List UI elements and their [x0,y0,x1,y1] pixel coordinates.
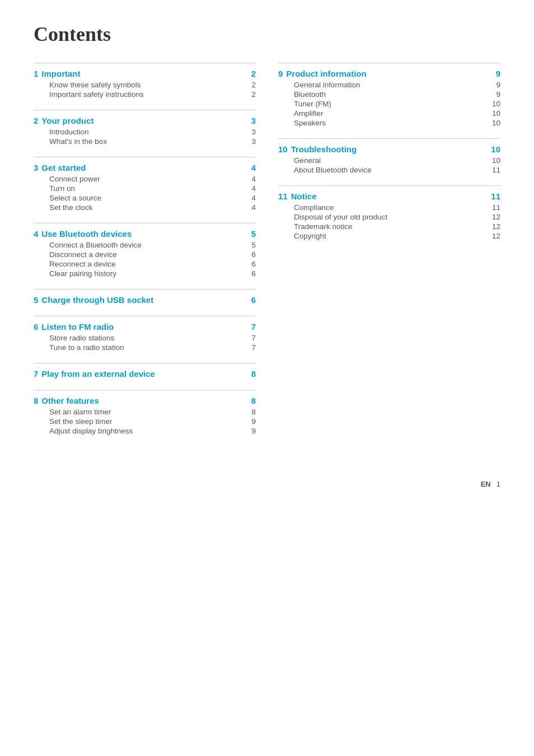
toc-section-heading: 5Charge through USB socket6 [34,295,256,305]
toc-sub-item: Tune to a radio station7 [34,343,256,352]
section-page: 8 [245,369,256,379]
section-number: 11 [278,192,288,201]
toc-sub-item: Clear pairing history6 [34,269,256,278]
toc-sub-item: Know these safety symbols2 [34,81,256,89]
footer-lang: EN [481,480,491,488]
section-number: 6 [34,322,38,332]
toc-sub-item: General10 [278,156,500,165]
sub-item-page: 6 [245,250,256,259]
sub-item-title: Reconnect a device [49,260,116,268]
toc-section-divider [34,316,256,316]
sub-item-page: 11 [489,166,500,174]
toc-sub-item: Select a source4 [34,194,256,202]
sub-item-page: 12 [489,222,500,231]
sub-item-title: General information [294,81,360,89]
section-title: Other features [41,396,245,405]
sub-item-page: 6 [245,260,256,268]
section-title: Troubleshooting [291,144,489,154]
sub-item-title: Important safety instructions [49,90,144,99]
toc-section: 5Charge through USB socket6 [34,289,256,305]
section-title: Notice [291,192,489,201]
toc-section-heading: 11Notice11 [278,192,500,201]
section-number: 7 [34,369,38,379]
sub-item-page: 8 [245,408,256,416]
toc-section-divider [278,63,500,63]
sub-item-page: 10 [489,100,500,108]
toc-section-divider [34,110,256,110]
section-page: 6 [245,295,256,305]
toc-section-heading: 6Listen to FM radio7 [34,322,256,332]
section-page: 5 [245,229,256,239]
toc-sub-item: Set an alarm timer8 [34,408,256,416]
toc-section: 3Get started4Connect power4Turn on4Selec… [34,157,256,212]
toc-sub-item: Turn on4 [34,184,256,193]
toc-sub-item: Connect power4 [34,175,256,183]
section-number: 10 [278,144,288,154]
toc-section-heading: 2Your product3 [34,116,256,125]
sub-item-title: Connect a Bluetooth device [49,241,142,249]
sub-item-page: 7 [245,334,256,342]
sub-item-title: What's in the box [49,137,107,146]
section-title: Your product [41,116,245,125]
toc-section-heading: 1Important2 [34,69,256,78]
sub-item-title: Copyright [294,232,326,240]
section-page: 3 [245,116,256,125]
toc-section-heading: 4Use Bluetooth devices5 [34,229,256,239]
sub-item-page: 9 [245,427,256,435]
footer-page: 1 [496,480,500,488]
toc-section-divider [34,363,256,363]
sub-item-title: Bluetooth [294,90,326,99]
toc-section-divider [278,185,500,186]
toc-section-divider [34,63,256,63]
section-page: 4 [245,163,256,172]
toc-section-heading: 3Get started4 [34,163,256,172]
section-page: 9 [489,69,500,78]
toc-section: 9Product information9General information… [278,63,500,127]
toc-section: 4Use Bluetooth devices5Connect a Bluetoo… [34,223,256,278]
toc-sub-item: Introduction3 [34,128,256,136]
sub-item-page: 3 [245,128,256,136]
toc-section: 11Notice11Compliance11Disposal of your o… [278,185,500,240]
toc-section-divider [34,157,256,157]
toc-sub-item: Set the clock4 [34,203,256,212]
toc-section: 2Your product3Introduction3What's in the… [34,110,256,146]
section-title: Get started [41,163,245,172]
toc-sub-item: Amplifier10 [278,109,500,118]
toc-sub-item: Reconnect a device6 [34,260,256,268]
sub-item-title: Know these safety symbols [49,81,141,89]
sub-item-page: 7 [245,343,256,352]
section-title: Important [41,69,245,78]
section-title: Charge through USB socket [41,295,245,305]
section-page: 8 [245,396,256,405]
sub-item-page: 6 [245,269,256,278]
sub-item-page: 3 [245,137,256,146]
section-number: 9 [278,69,283,78]
sub-item-title: Clear pairing history [49,269,116,278]
toc-sub-item: Tuner (FM)10 [278,100,500,108]
sub-item-title: Store radio stations [49,334,114,342]
section-number: 5 [34,295,38,305]
toc-sub-item: About Bluetooth device11 [278,166,500,174]
toc-sub-item: Adjust display brightness9 [34,427,256,435]
toc-section: 8Other features8Set an alarm timer8Set t… [34,390,256,435]
toc-section-divider [34,390,256,390]
sub-item-title: Disposal of your old product [294,213,387,221]
sub-item-page: 10 [489,119,500,127]
sub-item-title: About Bluetooth device [294,166,372,174]
sub-item-title: Trademark notice [294,222,353,231]
sub-item-title: General [294,156,321,165]
toc-sub-item: General information9 [278,81,500,89]
toc-sub-item: Disconnect a device6 [34,250,256,259]
section-number: 1 [34,69,38,78]
sub-item-page: 12 [489,232,500,240]
footer: EN 1 [34,480,500,488]
sub-item-page: 9 [245,417,256,426]
section-title: Use Bluetooth devices [41,229,245,239]
right-column: 9Product information9General information… [278,63,500,446]
section-page: 7 [245,322,256,332]
sub-item-title: Tune to a radio station [49,343,124,352]
toc-sub-item: Bluetooth9 [278,90,500,99]
sub-item-page: 4 [245,175,256,183]
sub-item-title: Speakers [294,119,326,127]
section-page: 10 [489,144,500,154]
